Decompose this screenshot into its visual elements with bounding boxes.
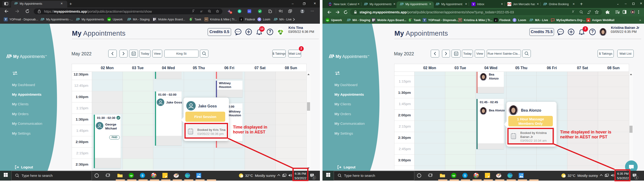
svg-text:f: f bbox=[241, 18, 242, 21]
svg-text:f: f bbox=[496, 19, 496, 22]
svg-text:up: up bbox=[452, 174, 455, 177]
svg-text:S: S bbox=[142, 174, 144, 177]
svg-text:Y: Y bbox=[424, 19, 425, 22]
svg-text:Aʺ: Aʺ bbox=[200, 10, 203, 13]
svg-text:Y: Y bbox=[5, 18, 6, 21]
svg-text:a: a bbox=[588, 19, 589, 22]
svg-text:S: S bbox=[464, 174, 466, 177]
svg-text:Y: Y bbox=[473, 3, 474, 6]
svg-text:?: ? bbox=[269, 29, 272, 34]
svg-text:up: up bbox=[108, 18, 110, 21]
svg-text:up: up bbox=[130, 174, 133, 177]
svg-text:?: ? bbox=[591, 29, 594, 34]
svg-text:G: G bbox=[238, 10, 241, 13]
svg-text:up: up bbox=[326, 19, 328, 21]
